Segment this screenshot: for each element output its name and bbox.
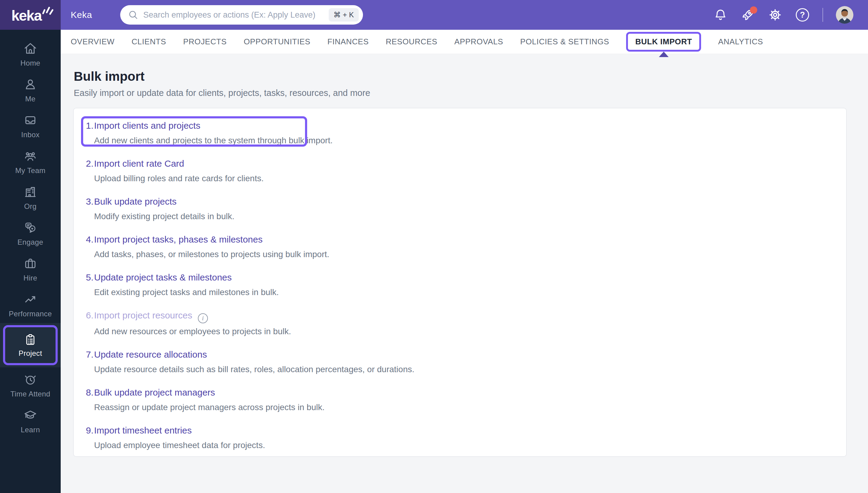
brand-name: Keka: [71, 0, 92, 30]
topbar-divider: [822, 8, 823, 22]
notification-dot: [750, 6, 757, 14]
import-item-5: 5. Update project tasks & milestones Edi…: [86, 272, 834, 297]
learn-graduation-icon: [23, 408, 37, 422]
link-import-project-resources: Import project resources: [94, 310, 192, 320]
engage-chat-icon: [23, 221, 37, 235]
sidebar-item-performance[interactable]: Performance: [0, 287, 61, 323]
keka-logo-text: keka: [12, 7, 42, 24]
link-update-resource-allocations[interactable]: Update resource allocations: [94, 349, 207, 360]
sidebar-item-home[interactable]: Home: [0, 37, 61, 72]
link-import-tasks-phases-milestones[interactable]: Import project tasks, phases & milestone…: [94, 234, 263, 244]
item-description: Edit existing project tasks and mileston…: [94, 287, 834, 297]
whats-new-rocket-icon[interactable]: [740, 7, 755, 22]
import-item-9: 9. Import timesheet entries Upload emplo…: [86, 425, 834, 450]
info-icon[interactable]: i: [198, 313, 208, 323]
page-title: Bulk import: [74, 69, 144, 84]
topbar-actions: ?: [713, 0, 853, 30]
topbar: keka Keka ⌘ + K: [0, 0, 868, 30]
project-clipboard-icon: [24, 333, 37, 346]
org-building-icon: [23, 185, 37, 199]
import-item-2: 2. Import client rate Card Upload billin…: [86, 158, 834, 183]
main-content: Bulk import Easily import or update data…: [61, 54, 868, 493]
sidebar-item-my-team[interactable]: My Team: [0, 144, 61, 180]
sidebar-item-org[interactable]: Org: [0, 180, 61, 216]
bulk-import-card: 1. Import clients and projects Add new c…: [73, 108, 847, 457]
search-input[interactable]: [143, 10, 329, 20]
import-item-7: 7. Update resource allocations Update re…: [86, 349, 834, 374]
link-import-timesheet-entries[interactable]: Import timesheet entries: [94, 425, 192, 435]
item-description: Upload billing roles and rate cards for …: [94, 174, 834, 183]
page-subtitle: Easily import or update data for clients…: [74, 88, 370, 98]
project-highlight-annotation: Project: [3, 325, 58, 365]
sidebar: Home Me Inbox My Team Org: [0, 30, 61, 493]
tab-analytics[interactable]: ANALYTICS: [718, 37, 763, 46]
import-item-6: 6. Import project resources i Add new re…: [86, 310, 834, 336]
logo-spark-icon: [41, 4, 54, 16]
tab-opportunities[interactable]: OPPORTUNITIES: [244, 37, 310, 46]
item-description: Add new resources or employees to projec…: [94, 327, 834, 336]
import-item-8: 8. Bulk update project managers Reassign…: [86, 387, 834, 412]
hire-briefcase-icon: [23, 257, 37, 271]
keka-logo[interactable]: keka: [0, 0, 61, 30]
sidebar-item-inbox[interactable]: Inbox: [0, 108, 61, 144]
item-description: Add tasks, phases, or milestones to proj…: [94, 250, 834, 259]
global-search[interactable]: ⌘ + K: [120, 5, 363, 25]
active-tab-caret: [659, 51, 669, 57]
link-bulk-update-project-managers[interactable]: Bulk update project managers: [94, 387, 215, 398]
sidebar-item-me[interactable]: Me: [0, 72, 61, 108]
notifications-bell-icon[interactable]: [713, 7, 728, 22]
item-description: Add new clients and projects to the syst…: [94, 136, 834, 145]
tab-approvals[interactable]: APPROVALS: [454, 37, 503, 46]
sidebar-item-hire[interactable]: Hire: [0, 251, 61, 287]
tab-policies-settings[interactable]: POLICIES & SETTINGS: [520, 37, 609, 46]
sidebar-item-time-attend[interactable]: Time Attend: [0, 367, 61, 403]
tab-overview[interactable]: OVERVIEW: [71, 37, 114, 46]
home-icon: [23, 42, 37, 56]
tab-projects[interactable]: PROJECTS: [183, 37, 226, 46]
sidebar-item-project[interactable]: Project: [0, 323, 61, 367]
item-description: Reassign or update project managers acro…: [94, 403, 834, 412]
help-icon[interactable]: ?: [795, 7, 810, 22]
tab-resources[interactable]: RESOURCES: [386, 37, 437, 46]
search-shortcut-badge: ⌘ + K: [329, 8, 359, 22]
item-description: Update resource details such as bill rat…: [94, 365, 834, 374]
link-import-clients-projects[interactable]: Import clients and projects: [94, 121, 200, 131]
import-item-1: 1. Import clients and projects Add new c…: [86, 121, 834, 145]
alarm-clock-icon: [23, 372, 37, 386]
inbox-icon: [23, 113, 37, 127]
sidebar-item-engage[interactable]: Engage: [0, 216, 61, 251]
tab-clients[interactable]: CLIENTS: [131, 37, 166, 46]
item-description: Modify existing project details in bulk.: [94, 212, 834, 221]
settings-gear-icon[interactable]: [768, 7, 782, 22]
me-person-icon: [23, 78, 37, 91]
tab-bulk-import[interactable]: BULK IMPORT: [635, 37, 692, 46]
search-icon: [128, 10, 138, 20]
performance-trend-icon: [23, 292, 37, 306]
module-tabbar: OVERVIEW CLIENTS PROJECTS OPPORTUNITIES …: [61, 30, 868, 54]
sidebar-item-learn[interactable]: Learn: [0, 403, 61, 439]
tab-finances[interactable]: FINANCES: [328, 37, 369, 46]
item-description: Upload employee timesheet data for proje…: [94, 441, 834, 450]
link-import-client-rate-card[interactable]: Import client rate Card: [94, 158, 184, 169]
user-avatar[interactable]: [836, 6, 853, 24]
link-update-tasks-milestones[interactable]: Update project tasks & milestones: [94, 272, 232, 282]
link-bulk-update-projects[interactable]: Bulk update projects: [94, 196, 177, 207]
team-icon: [23, 149, 37, 163]
import-item-4: 4. Import project tasks, phases & milest…: [86, 234, 834, 259]
import-item-3: 3. Bulk update projects Modify existing …: [86, 196, 834, 221]
bulk-import-tab-annotation: BULK IMPORT: [626, 32, 701, 51]
